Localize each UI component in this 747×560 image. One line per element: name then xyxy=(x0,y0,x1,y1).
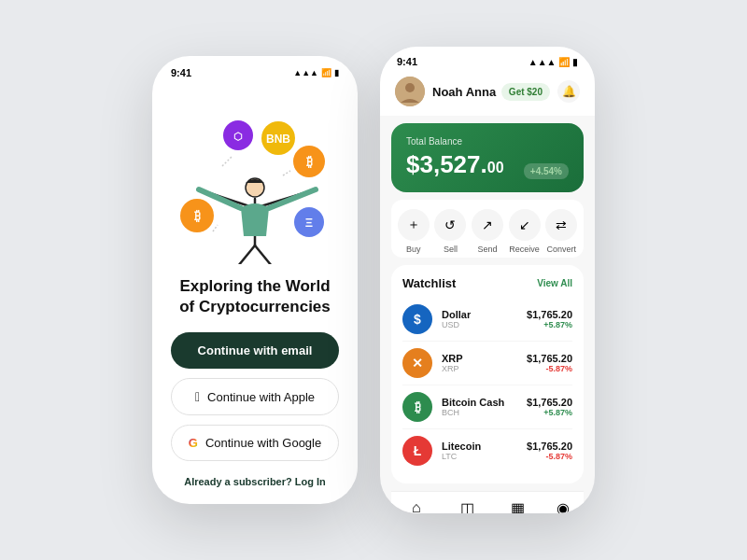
send-icon: ↗ xyxy=(472,209,503,241)
buy-label: Buy xyxy=(406,245,421,254)
coin-change: +5.87% xyxy=(527,408,572,417)
coin-name: XRP xyxy=(442,353,517,364)
login-link[interactable]: Log In xyxy=(295,476,326,487)
apple-button-label: Continue with Apple xyxy=(207,390,315,404)
convert-label: Convert xyxy=(546,245,576,254)
action-receive[interactable]: ↙ Receive xyxy=(509,209,541,254)
balance-cents: 00 xyxy=(487,160,504,175)
balance-label: Total Balance xyxy=(406,136,569,147)
sell-icon: ↺ xyxy=(434,209,466,241)
time-right: 9:41 xyxy=(397,56,417,67)
coin-price: $1,765.20 xyxy=(527,397,572,408)
balance-main: $3,527. xyxy=(406,150,487,178)
balance-amount: $3,527.00 xyxy=(406,150,504,179)
headline: Exploring the World of Cryptocurrencies xyxy=(152,269,358,332)
header-actions: Get $20 🔔 xyxy=(501,80,580,103)
svg-text:Ξ: Ξ xyxy=(305,216,313,230)
balance-row: $3,527.00 +4.54% xyxy=(406,150,569,179)
coin-price-info: $1,765.20 -5.87% xyxy=(527,441,572,461)
watchlist-header: Watchlist View All xyxy=(402,276,572,290)
watchlist-section: Watchlist View All $ Dollar USD $1,765.2… xyxy=(391,265,584,483)
user-info: Noah Anna xyxy=(395,77,496,106)
status-icons-right: ▲▲▲ 📶 ▮ xyxy=(529,57,578,67)
svg-line-17 xyxy=(283,171,290,175)
bottom-nav: ⌂ Home ◫ Assets ▦ Trade ◉ Pay xyxy=(391,491,584,513)
quick-actions: ＋ Buy ↺ Sell ↗ Send ↙ Receive ⇄ Convert xyxy=(391,200,584,258)
svg-line-3 xyxy=(238,245,255,264)
coin-info: Litecoin LTC xyxy=(442,441,517,461)
coin-price-info: $1,765.20 +5.87% xyxy=(527,309,572,329)
coin-item[interactable]: ₿ Bitcoin Cash BCH $1,765.20 +5.87% xyxy=(402,385,572,429)
coin-name: Dollar xyxy=(442,309,517,320)
action-sell[interactable]: ↺ Sell xyxy=(434,209,466,254)
coin-item[interactable]: Ł Litecoin LTC $1,765.20 -5.87% xyxy=(402,429,572,472)
battery-icon-right: ▮ xyxy=(572,57,578,67)
coin-info: Bitcoin Cash BCH xyxy=(442,397,517,417)
trade-icon: ▦ xyxy=(511,499,525,513)
home-icon: ⌂ xyxy=(412,499,421,513)
user-name: Noah Anna xyxy=(432,85,496,99)
coin-icon: Ł xyxy=(402,436,432,466)
coin-change: +5.87% xyxy=(527,320,572,329)
footer-static-text: Already a subscriber? xyxy=(184,476,292,487)
svg-line-4 xyxy=(255,245,272,264)
status-bar-left: 9:41 ▲▲▲ 📶 ▮ xyxy=(152,56,358,82)
coin-symbol: XRP xyxy=(442,364,517,373)
status-icons-left: ▲▲▲ 📶 ▮ xyxy=(293,68,339,77)
get20-button[interactable]: Get $20 xyxy=(501,83,550,101)
pay-icon: ◉ xyxy=(557,499,570,513)
avatar xyxy=(395,77,425,106)
phones-container: 9:41 ▲▲▲ 📶 ▮ xyxy=(152,47,595,513)
email-button[interactable]: Continue with email xyxy=(171,332,339,369)
headline-text: Exploring the World of Cryptocurrencies xyxy=(175,276,335,317)
wifi-icon: 📶 xyxy=(321,68,331,77)
nav-home[interactable]: ⌂ Home xyxy=(404,499,428,513)
coin-symbol: BCH xyxy=(442,408,517,417)
top-header: Noah Anna Get $20 🔔 xyxy=(380,71,595,116)
svg-text:₿: ₿ xyxy=(194,208,201,223)
coin-price: $1,765.20 xyxy=(527,441,572,452)
sell-label: Sell xyxy=(444,245,458,254)
coin-symbol: USD xyxy=(442,320,517,329)
coin-price: $1,765.20 xyxy=(527,309,572,320)
coin-price: $1,765.20 xyxy=(527,353,572,364)
action-buy[interactable]: ＋ Buy xyxy=(398,209,430,254)
right-phone: 9:41 ▲▲▲ 📶 ▮ Noah Anna Get $20 🔔 Total B… xyxy=(380,47,595,513)
coin-item[interactable]: ✕ XRP XRP $1,765.20 -5.87% xyxy=(402,342,572,385)
receive-label: Receive xyxy=(509,245,540,254)
apple-button[interactable]:  Continue with Apple xyxy=(171,378,339,415)
action-convert[interactable]: ⇄ Convert xyxy=(545,209,577,254)
coin-item[interactable]: $ Dollar USD $1,765.20 +5.87% xyxy=(402,298,572,342)
signal-icon-right: ▲▲▲ xyxy=(529,57,557,67)
nav-pay[interactable]: ◉ Pay xyxy=(556,499,571,513)
coin-change: -5.87% xyxy=(527,364,572,373)
balance-card: Total Balance $3,527.00 +4.54% xyxy=(391,123,584,192)
coin-price-info: $1,765.20 -5.87% xyxy=(527,353,572,373)
receive-icon: ↙ xyxy=(509,209,541,241)
google-button[interactable]: G Continue with Google xyxy=(171,425,339,461)
coin-icon: ✕ xyxy=(402,348,432,378)
notification-icon[interactable]: 🔔 xyxy=(557,80,580,103)
buy-icon: ＋ xyxy=(398,209,430,241)
svg-line-18 xyxy=(213,225,218,231)
nav-trade[interactable]: ▦ Trade xyxy=(507,499,529,513)
time-left: 9:41 xyxy=(171,67,191,78)
google-icon: G xyxy=(189,436,198,450)
wifi-icon-right: 📶 xyxy=(558,57,570,67)
view-all-button[interactable]: View All xyxy=(537,278,572,288)
svg-text:BNB: BNB xyxy=(266,133,290,146)
battery-icon: ▮ xyxy=(334,68,339,77)
apple-icon:  xyxy=(195,389,200,404)
coin-name: Litecoin xyxy=(442,441,517,452)
action-send[interactable]: ↗ Send xyxy=(472,209,503,254)
button-group: Continue with email  Continue with Appl… xyxy=(152,332,358,461)
footer: Already a subscriber? Log In xyxy=(152,476,358,487)
coin-icon: ₿ xyxy=(402,392,432,422)
nav-assets[interactable]: ◫ Assets xyxy=(455,499,480,513)
illustration: BNB ₿ ⬡ ₿ Ξ xyxy=(152,82,358,269)
svg-text:₿: ₿ xyxy=(306,154,313,169)
balance-change: +4.54% xyxy=(524,163,569,179)
status-bar-right: 9:41 ▲▲▲ 📶 ▮ xyxy=(380,47,595,71)
coin-name: Bitcoin Cash xyxy=(442,397,517,408)
coin-change: -5.87% xyxy=(527,452,572,461)
